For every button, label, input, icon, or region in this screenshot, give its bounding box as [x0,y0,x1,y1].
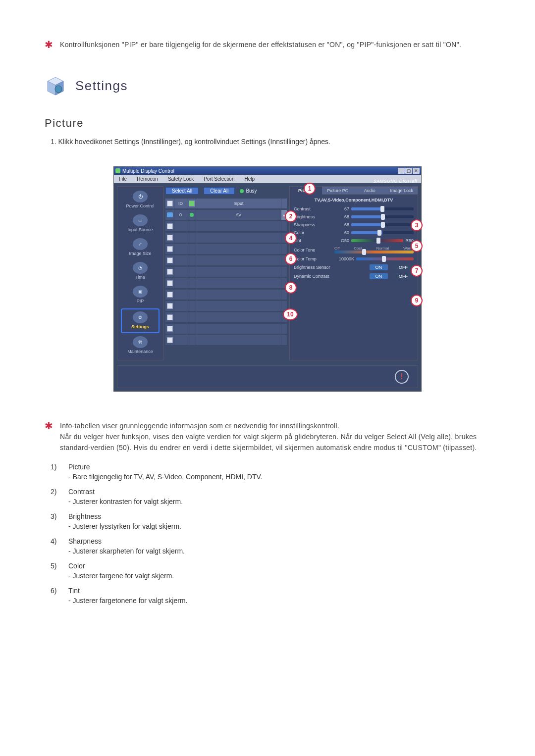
status-ok-icon [190,213,194,217]
item-title: Picture [68,463,90,471]
close-button[interactable]: ✕ [413,168,420,174]
sidebar-label: Maintenance [122,349,159,354]
sidebar-label: Time [122,275,159,280]
brightness-sensor-label: Brightness Sensor [294,265,343,270]
row-icon [167,212,173,217]
brightness-sensor-on[interactable]: ON [370,264,388,270]
menu-port-selection[interactable]: Port Selection [199,175,239,183]
tint-g-value: G50 [334,238,349,243]
grid-row-empty [165,312,287,323]
item-title: Sharpness [68,537,102,545]
tone-normal: Normal [376,246,389,251]
pip-note-text: Kontrollfunksjonen "PIP" er bare tilgjen… [60,40,461,50]
colortemp-slider[interactable] [356,257,414,260]
contrast-slider[interactable] [351,207,414,210]
sidebar-item-time[interactable]: ◔ Time [122,261,159,283]
sidebar: ⏻ Power Control ▭ Input Source ⤢ Image S… [117,186,163,360]
item-num: 1) [51,463,63,471]
menu-safety-lock[interactable]: Safety Lock [163,175,199,183]
menu-help[interactable]: Help [239,175,260,183]
color-slider[interactable] [351,231,414,234]
dynamic-contrast-label: Dynamic Contrast [294,274,343,279]
sidebar-item-input-source[interactable]: ▭ Input Source [122,213,159,235]
dynamic-contrast-off[interactable]: OFF [393,273,414,279]
sharpness-label: Sharpness [294,222,332,227]
grid-row[interactable]: 0 AV ▴ [165,210,287,220]
tab-picture-pc[interactable]: Picture PC [322,187,354,195]
sidebar-item-maintenance[interactable]: 🛠 Maintenance [122,335,159,357]
screenshot-figure: Multiple Display Control _ ▢ ✕ File Remo… [45,167,490,391]
grid-row-empty [165,233,287,243]
item-desc: - Justerer skarpheten for valgt skjerm. [68,547,490,555]
alert-icon: ! [395,370,409,384]
color-row: Color 60 [290,229,418,237]
item-desc: - Justerer kontrasten for valgt skjerm. [68,498,490,505]
colortone-slider[interactable] [334,251,414,253]
callout-5: 5 [411,240,423,252]
sidebar-label: Image Size [122,251,159,256]
dynamic-contrast-on[interactable]: ON [370,273,388,279]
star-icon: ✱ [45,40,53,50]
settings-cube-icon [45,75,66,97]
tab-image-lock[interactable]: Image Lock [386,187,418,195]
sidebar-label: PIP [122,299,159,303]
busy-indicator: Busy [240,188,257,194]
tint-row: Tint G50 R50 [290,237,418,245]
callout-9: 9 [411,295,423,306]
item-title: Tint [68,587,80,595]
svg-point-3 [55,86,62,93]
grid-row-empty [165,290,287,300]
colortone-label: Color Tone [294,248,332,252]
sidebar-item-pip[interactable]: ▣ PIP [122,285,159,306]
instruction-number: 1. [51,138,56,146]
grid-row-empty [165,267,287,277]
tone-off: Off [334,246,340,251]
busy-label: Busy [246,188,257,194]
brightness-slider[interactable] [351,215,414,218]
col-id: ID [174,199,187,208]
sidebar-item-image-size[interactable]: ⤢ Image Size [122,237,159,259]
tone-cool: Cool [354,246,362,251]
menu-file[interactable]: File [114,175,132,183]
clear-all-button[interactable]: Clear All [204,187,235,195]
item-num: 5) [51,562,63,570]
colortemp-row: Color Temp 10000K [290,255,418,263]
star-icon: ✱ [45,421,53,453]
color-value: 60 [334,230,349,235]
item-num: 3) [51,512,63,520]
sharpness-slider[interactable] [351,223,414,226]
status-header-icon [189,201,195,206]
row-id: 0 [174,210,187,220]
select-all-button[interactable]: Select All [165,187,199,195]
grid-row-empty [165,221,287,232]
sidebar-label: Input Source [122,227,159,232]
display-grid-area: Select All Clear All Busy ID Input [165,186,287,360]
grid-row-empty [165,278,287,289]
sidebar-item-power-control[interactable]: ⏻ Power Control [122,190,159,211]
power-icon: ⏻ [133,191,148,202]
sharpness-row: Sharpness 68 [290,221,418,229]
tint-label: Tint [294,238,332,243]
wrench-icon: 🛠 [133,336,148,348]
checkbox-icon[interactable] [167,201,173,206]
section-title: Settings [75,78,128,94]
brand-label: SAMSUNG DIGITall [374,179,417,184]
window-titlebar: Multiple Display Control _ ▢ ✕ [114,167,421,175]
minimize-button[interactable]: _ [398,168,405,174]
info-note: ✱ Info-tabellen viser grunnleggende info… [45,421,490,453]
sidebar-item-settings[interactable]: ✿ Settings [121,308,160,333]
image-size-icon: ⤢ [133,238,148,250]
sharpness-value: 68 [334,222,349,227]
item-num: 6) [51,587,63,595]
tint-slider[interactable] [351,239,403,242]
item-title: Brightness [68,512,101,520]
sidebar-label: Settings [122,324,159,329]
grid-row-empty [165,244,287,254]
tab-audio[interactable]: Audio [354,187,386,195]
pip-icon: ▣ [133,286,148,298]
maximize-button[interactable]: ▢ [405,168,412,174]
list-item: 4)Sharpness - Justerer skarpheten for va… [51,537,490,555]
instruction-line: 1. Klikk hovedikonet Settings (Innstilli… [51,137,490,148]
gear-icon: ✿ [133,311,148,323]
menu-remocon[interactable]: Remocon [132,175,163,183]
